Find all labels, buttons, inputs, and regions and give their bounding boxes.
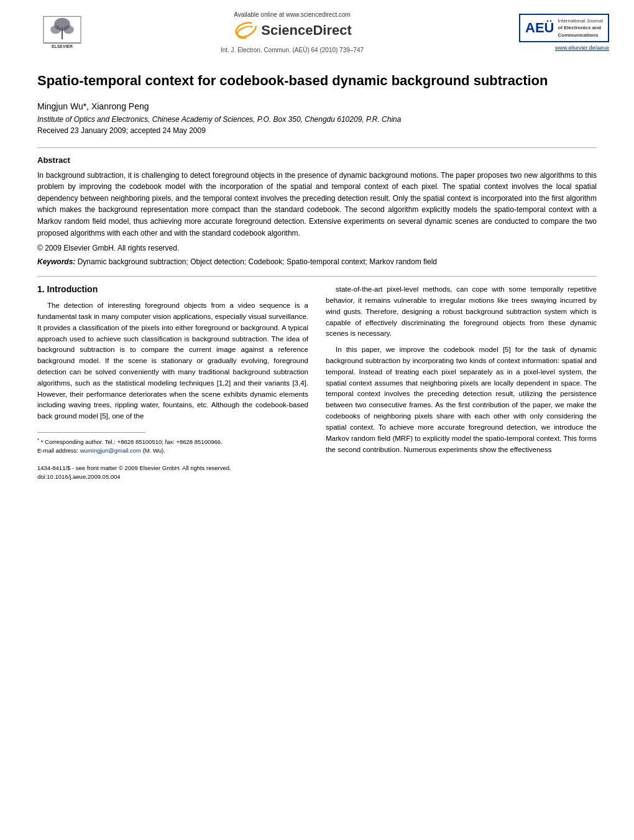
journal-logo-area: AEÜ International Journal of Electronics…: [485, 14, 609, 51]
right-column: state-of-the-art pixel-level methods, ca…: [326, 284, 597, 481]
affiliation: Institute of Optics and Electronics, Chi…: [37, 115, 597, 124]
footnote: * * Corresponding author. Tel.: +8628 85…: [37, 436, 308, 455]
section1-body-left: The detection of interesting foreground …: [37, 300, 308, 422]
sciencedirect-logo: ScienceDirect: [232, 21, 352, 40]
aeu-box: AEÜ International Journal of Electronics…: [519, 14, 609, 42]
divider-top: [37, 147, 597, 148]
intro-paragraph2: state-of-the-art pixel-level methods, ca…: [326, 284, 597, 339]
keywords-values: Dynamic background subtraction; Object d…: [78, 257, 437, 266]
copyright: © 2009 Elsevier GmbH. All rights reserve…: [37, 244, 597, 252]
intro-paragraph3: In this paper, we improve the codebook m…: [326, 344, 597, 455]
footnote-email: E-mail address: wumingjun@gmail.com (M. …: [37, 446, 308, 455]
page: ELSEVIER Available online at www.science…: [0, 0, 634, 840]
footnote-divider: [37, 432, 145, 433]
keywords: Keywords: Dynamic background subtraction…: [37, 257, 597, 266]
section1-title: 1. Introduction: [37, 284, 308, 294]
elsevier-logo: ELSEVIER: [37, 14, 87, 51]
available-text: Available online at www.sciencedirect.co…: [234, 11, 351, 18]
main-content: Spatio-temporal context for codebook-bas…: [0, 60, 634, 493]
sciencedirect-text: ScienceDirect: [261, 22, 352, 39]
paper-title: Spatio-temporal context for codebook-bas…: [37, 72, 597, 90]
authors: Mingjun Wu*, Xianrong Peng: [37, 101, 597, 111]
sd-swoosh-icon: [232, 21, 257, 40]
intro-paragraph1: The detection of interesting foreground …: [37, 300, 308, 422]
header: ELSEVIER Available online at www.science…: [0, 0, 634, 60]
two-column-layout: 1. Introduction The detection of interes…: [37, 284, 597, 481]
journal-info: Int. J. Electron. Commun. (AEÜ) 64 (2010…: [221, 47, 364, 53]
aeu-subtitle: International Journal of Electronics and…: [558, 17, 604, 39]
sciencedirect-area: Available online at www.sciencedirect.co…: [99, 11, 485, 53]
aeu-letters: AEÜ: [525, 20, 554, 36]
footnote-email-link[interactable]: wumingjun@gmail.com: [80, 447, 141, 454]
svg-point-4: [63, 25, 74, 34]
svg-point-3: [50, 25, 61, 34]
elsevier-logo-area: ELSEVIER: [25, 14, 99, 51]
keywords-label: Keywords:: [37, 257, 75, 266]
svg-text:ELSEVIER: ELSEVIER: [52, 44, 73, 48]
abstract-section: Abstract In background subtraction, it i…: [37, 155, 597, 267]
abstract-text: In background subtraction, it is challen…: [37, 170, 597, 239]
left-column: 1. Introduction The detection of interes…: [37, 284, 308, 481]
section1-body-right: state-of-the-art pixel-level methods, ca…: [326, 284, 597, 455]
doi-note: 1434-8411/$ - see front matter © 2009 El…: [37, 464, 308, 481]
divider-bottom: [37, 276, 597, 277]
footnote-corresponding: * * Corresponding author. Tel.: +8628 85…: [37, 436, 308, 446]
website-link: www.elsevier.de/aeue: [555, 45, 609, 51]
abstract-title: Abstract: [37, 155, 597, 165]
received-date: Received 23 January 2009; accepted 24 Ma…: [37, 126, 597, 135]
